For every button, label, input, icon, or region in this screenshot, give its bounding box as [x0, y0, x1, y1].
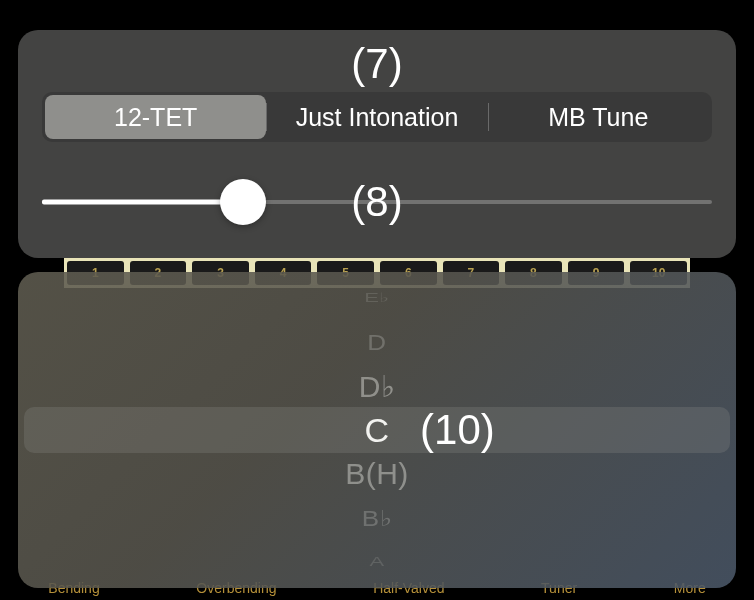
slider-thumb[interactable]: [220, 179, 266, 225]
tuning-segment-2[interactable]: MB Tune: [488, 95, 709, 139]
tuning-segmented-control[interactable]: 12-TETJust IntonationMB Tune: [42, 92, 712, 142]
picker-item[interactable]: B♭: [362, 499, 392, 536]
tuning-segment-0[interactable]: 12-TET: [45, 95, 266, 139]
picker-item[interactable]: E♭: [364, 285, 390, 311]
tuning-panel: (7) 12-TETJust IntonationMB Tune (8): [18, 30, 736, 258]
picker-item[interactable]: D: [367, 323, 386, 360]
key-picker[interactable]: E♭DD♭CB(H)B♭A (10): [18, 272, 736, 588]
tuning-slider-row: (8): [42, 182, 712, 222]
overlay-label-7: (7): [42, 40, 712, 88]
picker-item[interactable]: D♭: [359, 364, 396, 408]
picker-item[interactable]: A: [369, 549, 384, 575]
tuning-slider[interactable]: [42, 200, 712, 204]
picker-item[interactable]: C: [364, 408, 389, 452]
slider-fill: [42, 200, 243, 205]
key-picker-panel: E♭DD♭CB(H)B♭A (10): [18, 272, 736, 588]
tuning-segment-1[interactable]: Just Intonation: [266, 95, 487, 139]
picker-item[interactable]: B(H): [345, 452, 409, 496]
